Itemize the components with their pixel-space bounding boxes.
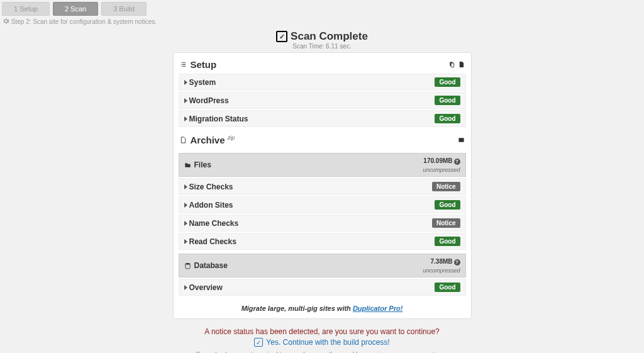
check-icon: ✓: [276, 31, 287, 42]
scan-row[interactable]: Migration Status Good: [179, 110, 466, 127]
svg-rect-2: [458, 138, 464, 142]
status-badge: Good: [435, 237, 460, 246]
list-icon: [180, 61, 187, 68]
status-badge: Good: [435, 200, 460, 210]
section-setup-title: Setup: [180, 59, 217, 70]
scan-row[interactable]: Name Checks Notice: [179, 215, 466, 232]
copy-icon[interactable]: [448, 61, 455, 68]
scan-row[interactable]: WordPress Good: [179, 92, 466, 109]
svg-point-3: [185, 262, 189, 264]
scan-card: Setup System Good WordPress Good Migrati…: [173, 52, 472, 319]
promo-link[interactable]: Duplicator Pro!: [353, 305, 402, 312]
archive-icon: [180, 137, 187, 143]
promo-text: Migrate large, multi-gig sites with Dupl…: [179, 305, 466, 312]
scan-row[interactable]: Addon Sites Good: [179, 196, 466, 213]
database-icon: [184, 262, 191, 269]
window-icon[interactable]: [458, 137, 465, 143]
confirm-checkbox[interactable]: ✓ Yes. Continue with the build process!: [173, 338, 472, 347]
caret-icon: [184, 285, 187, 290]
caret-icon: [184, 239, 187, 244]
step-build[interactable]: 3 Build: [101, 2, 147, 16]
status-badge: Notice: [432, 182, 460, 191]
file-icon[interactable]: [458, 61, 465, 68]
scan-row[interactable]: Read Checks Good: [179, 233, 466, 250]
step-setup[interactable]: 1 Setup: [2, 2, 50, 16]
scan-row[interactable]: Overview Good: [179, 279, 466, 296]
section-archive-title: Archive zip: [180, 135, 235, 145]
caret-icon: [184, 203, 187, 208]
folder-icon: [184, 162, 191, 169]
scan-row[interactable]: Size Checks Notice: [179, 178, 466, 195]
status-badge: Good: [435, 96, 460, 105]
status-badge: Good: [435, 283, 460, 292]
caret-icon: [184, 80, 187, 85]
database-subhead[interactable]: Database 7.38MB? uncompressed: [179, 254, 466, 277]
page-title: ✓ Scan Complete: [276, 30, 368, 43]
scan-time: Scan Time: 6.11 sec.: [173, 43, 472, 50]
status-badge: Good: [435, 114, 460, 123]
svg-rect-1: [451, 63, 454, 67]
status-badge: Good: [435, 77, 460, 87]
gear-icon: [3, 18, 9, 25]
info-icon[interactable]: ?: [454, 159, 460, 165]
step-scan[interactable]: 2 Scan: [53, 2, 98, 16]
status-badge: Notice: [432, 218, 460, 228]
caret-icon: [184, 98, 187, 103]
caret-icon: [184, 221, 187, 226]
caret-icon: [184, 184, 187, 189]
wizard-subtitle: Step 2: Scan site for configuration & sy…: [0, 16, 644, 25]
notice-warning: A notice status has been detected, are y…: [173, 327, 472, 336]
info-icon[interactable]: ?: [454, 259, 460, 266]
files-subhead[interactable]: Files 170.09MB? uncompressed: [179, 153, 466, 177]
caret-icon: [184, 116, 187, 121]
scan-row[interactable]: System Good: [179, 74, 466, 91]
help-text: Scan checks are not required to pass, ho…: [173, 350, 472, 353]
wizard-steps: 1 Setup 2 Scan 3 Build: [0, 0, 644, 16]
